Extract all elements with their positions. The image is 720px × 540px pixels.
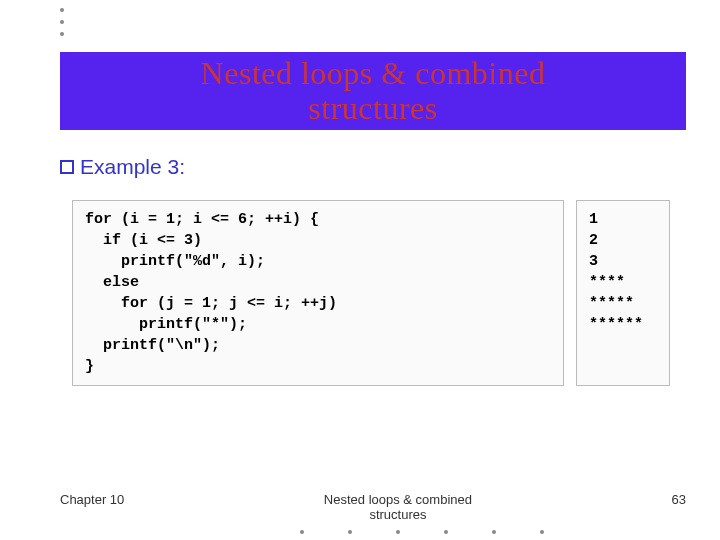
code-source: for (i = 1; i <= 6; ++i) { if (i <= 3) p…: [72, 200, 564, 386]
footer-title: Nested loops & combinedstructures: [124, 492, 671, 522]
bullet-square-icon: [60, 160, 74, 174]
footer-page-number: 63: [672, 492, 686, 507]
slide-title: Nested loops & combinedstructures: [201, 56, 546, 126]
decorative-dots-top: [60, 8, 64, 36]
footer-chapter: Chapter 10: [60, 492, 124, 507]
decorative-dots-bottom: [300, 530, 544, 534]
code-output: 1 2 3 **** ***** ******: [576, 200, 670, 386]
example-label: Example 3:: [80, 155, 185, 179]
title-banner: Nested loops & combinedstructures: [60, 52, 686, 130]
slide-footer: Chapter 10 Nested loops & combinedstruct…: [60, 492, 686, 522]
example-heading: Example 3:: [60, 155, 185, 179]
code-row: for (i = 1; i <= 6; ++i) { if (i <= 3) p…: [72, 200, 670, 386]
